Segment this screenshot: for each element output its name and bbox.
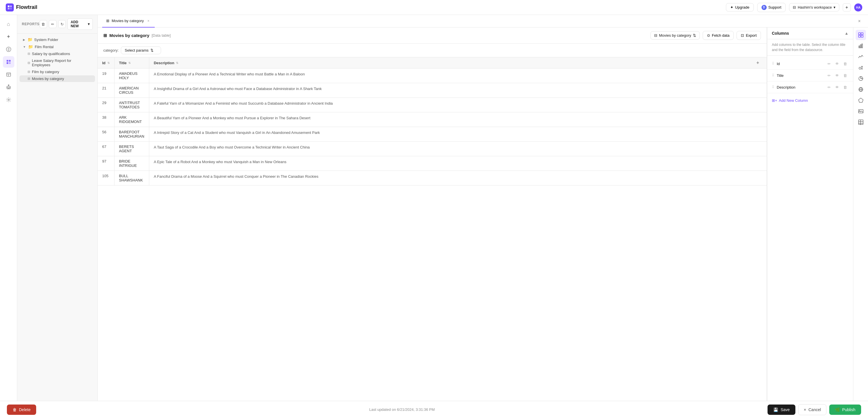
sort-icon: ⇅ (176, 61, 178, 65)
publish-button[interactable]: 🌿 Publish (829, 405, 861, 415)
cell-title: ANTITRUST TOMATOES (114, 98, 149, 112)
panel-close-button[interactable]: × (856, 17, 863, 25)
visibility-column-icon[interactable]: 👁 (834, 84, 840, 91)
delete-button[interactable]: 🗑 Delete (7, 405, 36, 415)
nav-item-label: Movies by category (32, 76, 64, 81)
view-pentagon-button[interactable] (856, 95, 866, 105)
right-panel-title: Columns (772, 31, 789, 36)
save-button[interactable]: 💾 Save (768, 405, 795, 415)
tab-icon: ⊞ (106, 19, 110, 23)
column-label: Description (777, 85, 795, 90)
export-button[interactable]: ⊡ Export (737, 31, 761, 40)
drag-handle-icon[interactable]: ⠿ (772, 62, 774, 66)
nav-item-label: Leave Salary Report for Employees (32, 59, 90, 67)
column-actions: ✏ 👁 🗑 (826, 72, 848, 79)
upgrade-button[interactable]: ✦ Upgrade (726, 3, 754, 11)
collapse-panel-button[interactable]: ▲ (844, 31, 848, 36)
data-panel-header: ⊞ Movies by category [Data table] ⊟ Movi… (98, 28, 767, 43)
sidebar-item-tables[interactable] (3, 69, 14, 80)
filter-select[interactable]: Select params ⇅ (121, 46, 161, 54)
drag-handle-icon[interactable]: ⠿ (772, 85, 774, 89)
drag-handle-icon[interactable]: ⠿ (772, 73, 774, 77)
sidebar-item-bot[interactable] (3, 81, 14, 93)
avatar: HA (854, 3, 862, 11)
right-panel-description: Add columns to the table. Select the col… (767, 39, 853, 56)
logo-area: Flowtrail (6, 3, 37, 11)
bottom-bar: 🗑 Delete Last updated on 6/21/2024, 3:31… (0, 401, 868, 418)
refresh-report-button[interactable]: ↻ (58, 20, 66, 28)
svg-rect-9 (7, 73, 11, 76)
nav-item-label: Salary by qualifications (32, 51, 70, 56)
svg-rect-26 (862, 44, 863, 48)
svg-rect-3 (10, 8, 12, 9)
view-bubble-chart-button[interactable] (856, 63, 866, 73)
cell-id: 97 (98, 156, 114, 171)
right-panel-header: Columns ▲ (767, 28, 853, 39)
add-new-column-button[interactable]: ⊞+ Add New Column (767, 96, 853, 105)
add-new-button[interactable]: ADD NEW ▾ (67, 19, 93, 30)
nav-item-leave-salary[interactable]: ⊟ Leave Salary Report for Employees (20, 57, 95, 68)
view-bar-chart-button[interactable] (856, 41, 866, 51)
cell-title: AMERICAN CIRCUS (114, 83, 149, 98)
delete-column-icon[interactable]: 🗑 (842, 72, 848, 79)
nav-item-film-category[interactable]: ⊟ Film by category (20, 69, 95, 75)
table-row: 97 BRIDE INTRIGUE A Epic Tale of a Robot… (98, 156, 767, 171)
cell-description: A Beautiful Yarn of a Pioneer And a Monk… (149, 112, 767, 127)
cell-title: BERETS AGENT (114, 142, 149, 156)
folder-label: System Folder (34, 38, 58, 42)
edit-column-icon[interactable]: ✏ (826, 84, 832, 91)
cancel-button[interactable]: × Cancel (798, 404, 826, 415)
table-row: 29 ANTITRUST TOMATOES A Fateful Yarn of … (98, 98, 767, 112)
left-nav-title: REPORTS (22, 22, 40, 26)
sidebar-item-home[interactable]: ⌂ (3, 19, 14, 30)
edit-column-icon[interactable]: ✏ (826, 72, 832, 79)
column-header-description[interactable]: Description ⇅ + (149, 57, 767, 69)
cell-id: 105 (98, 171, 114, 185)
right-icon-panel (853, 28, 868, 418)
view-line-chart-button[interactable] (856, 51, 866, 62)
status-text: Last updated on 6/21/2024, 3:31:36 PM (369, 407, 435, 412)
tab-close-button[interactable]: × (146, 19, 151, 23)
fetch-data-button[interactable]: ⊙ Fetch data (703, 31, 734, 40)
edit-report-button[interactable]: ✏ (49, 20, 57, 28)
data-panel-type: [Data table] (152, 33, 171, 38)
sidebar-item-settings[interactable] (3, 94, 14, 105)
visibility-column-icon[interactable]: 👁 (834, 60, 840, 67)
nav-item-label: Film by category (32, 70, 59, 74)
nav-item-salary-qualifications[interactable]: ⊟ Salary by qualifications (20, 50, 95, 57)
workspace-chevron-icon: ▾ (834, 5, 836, 9)
svg-rect-5 (7, 60, 8, 62)
column-label: Id (777, 62, 780, 66)
support-button[interactable]: D Support (757, 3, 786, 12)
delete-column-icon[interactable]: 🗑 (842, 84, 848, 91)
table-row: 19 AMADEUS HOLY A Emotional Display of a… (98, 69, 767, 83)
view-pie-chart-button[interactable] (856, 73, 866, 84)
sidebar-item-explore[interactable]: ✦ (3, 31, 14, 42)
edit-column-icon[interactable]: ✏ (826, 60, 832, 67)
sidebar-item-reports[interactable] (3, 56, 14, 68)
visibility-column-icon[interactable]: 👁 (834, 72, 840, 79)
nav-folder-system[interactable]: ▶ 📁 System Folder (20, 36, 95, 43)
new-item-button[interactable]: + (843, 3, 851, 11)
main-layout: ⌂ ✦ (0, 15, 868, 418)
svg-rect-2 (8, 8, 9, 9)
view-grid-layout-button[interactable] (856, 117, 866, 127)
column-header-title[interactable]: Title ⇅ (114, 57, 149, 69)
nav-item-movies-category[interactable]: ⊟ Movies by category (20, 75, 95, 82)
navbar: Flowtrail ✦ Upgrade D Support ⊟ Hashim's… (0, 0, 868, 15)
workspace-button[interactable]: ⊟ Hashim's workspace ▾ (789, 3, 839, 11)
view-globe-button[interactable] (856, 84, 866, 95)
sidebar-item-billing[interactable] (3, 43, 14, 55)
delete-report-button[interactable]: 🗑 (40, 20, 48, 28)
view-image-button[interactable] (856, 106, 866, 116)
delete-column-icon[interactable]: 🗑 (842, 60, 848, 67)
column-header-id[interactable]: Id ⇅ (98, 57, 114, 69)
tab-movies-category[interactable]: ⊞ Movies by category × (102, 15, 155, 28)
tab-bar: ⊞ Movies by category × × (98, 15, 868, 28)
svg-rect-21 (861, 33, 863, 35)
nav-folder-film-rental[interactable]: ▼ 📁 Film Rental (20, 43, 95, 50)
datasource-selector[interactable]: ⊟ Movies by category ⇅ (650, 31, 700, 40)
view-table-button[interactable] (856, 30, 866, 40)
add-column-header-button[interactable]: + (753, 60, 762, 65)
cell-id: 21 (98, 83, 114, 98)
